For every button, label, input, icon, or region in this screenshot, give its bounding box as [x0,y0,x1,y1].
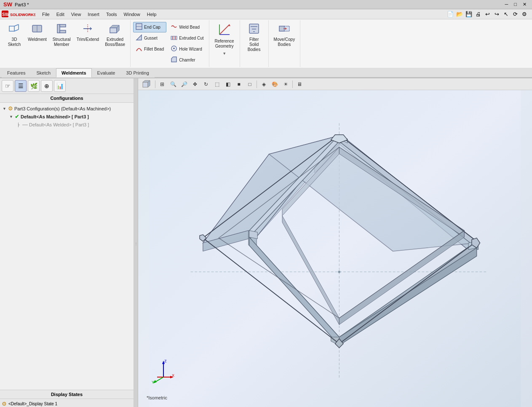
qa-save[interactable]: 💾 [465,10,473,19]
tab-sketch[interactable]: Sketch [31,68,56,78]
menu-help[interactable]: Help [144,11,160,18]
tab-weldments[interactable]: Weldments [56,68,91,78]
sw-logo: SW SOLIDWORKS [2,11,35,18]
root-icon: ⚙ [8,105,13,112]
3d-sketch-icon [8,23,20,36]
svg-rect-15 [110,28,117,33]
minimize-btn[interactable]: ─ [503,2,511,7]
extruded-cut-label: Extruded Cut [179,36,203,40]
svg-text:Y: Y [152,380,154,383]
ribbon-group-weld: End Cap Gusset Fil [131,20,209,67]
trim-extend-label: Trim/Extend [77,37,99,42]
reference-geometry-button[interactable]: ReferenceGeometry [212,21,237,51]
display-state-icon: ⚙ [2,401,7,407]
svg-text:SW: SW [2,12,9,17]
gusset-button[interactable]: Gusset [133,33,166,43]
svg-line-4 [14,24,19,26]
menu-insert[interactable]: Insert [84,11,103,18]
3d-sketch-button[interactable]: 3DSketch [4,21,24,49]
panel-collapse-handle[interactable]: ⋮ [134,78,138,407]
tree-root-node[interactable]: ▼ ⚙ Part3 Configuration(s) (Default<As M… [2,104,132,112]
close-btn[interactable]: ✕ [521,2,529,7]
tree-child1-1-node[interactable]: ├ — Default<As Welded> [ Part3 ] [2,120,132,129]
menu-window[interactable]: Window [120,11,144,18]
svg-marker-26 [171,57,176,62]
svg-marker-65 [249,230,258,239]
svg-point-77 [338,271,340,273]
filter-solid-bodies-button[interactable]: FilterSolidBodies [243,21,266,54]
end-cap-label: End Cap [144,25,160,29]
menu-edit[interactable]: Edit [53,11,68,18]
tab-features[interactable]: Features [2,68,31,78]
panel-btn-chart[interactable]: 📊 [54,80,66,92]
panel-btn-tree[interactable]: 🌿 [28,80,40,92]
svg-marker-20 [136,35,142,40]
structural-member-button[interactable]: StructuralMember [50,21,73,49]
child1-label: Default<As Machined> [ Part3 ] [21,114,89,119]
qa-new[interactable]: 📄 [446,10,454,19]
panel-btn-selection[interactable]: ☞ [2,80,13,92]
panel-btn-target[interactable]: ⊕ [41,80,53,92]
qa-options[interactable]: ⚙ [520,10,529,19]
filter-solid-bodies-icon [248,23,260,36]
extruded-cut-button[interactable]: Extruded Cut [168,33,206,43]
fillet-bead-button[interactable]: Fillet Bead [133,44,166,54]
qa-undo[interactable]: ↩ [483,10,492,19]
ribbon-group-movecopy: Move/CopyBodies [269,20,301,67]
structural-member-icon [56,23,67,36]
filter-solid-bodies-label: FilterSolidBodies [248,37,261,52]
qa-print[interactable]: 🖨 [474,10,482,19]
left-panel: ☞ ☰ 🌿 ⊕ 📊 Configurations ▼ ⚙ Part3 Confi… [0,78,134,407]
extruded-cut-icon [171,34,177,42]
child1-expand-icon: ▼ [9,115,13,119]
configuration-tree: ▼ ⚙ Part3 Configuration(s) (Default<As M… [0,103,134,390]
title-bar: SW Part3 * ─ □ ✕ [0,0,532,9]
trim-extend-icon [82,23,94,36]
qa-redo[interactable]: ↪ [492,10,501,19]
panel-btn-list[interactable]: ☰ [15,80,27,92]
weld-bead-button[interactable]: Weld Bead [168,22,206,32]
ribbon-group-sketch-items: 3DSketch Weldment [4,21,128,66]
menu-file[interactable]: File [39,11,53,18]
move-copy-bodies-button[interactable]: Move/CopyBodies [271,21,298,49]
app-logo: SW [3,1,12,8]
child1-icon: ✔ [15,113,19,120]
fillet-bead-label: Fillet Bead [144,47,164,51]
chamfer-button[interactable]: Chamfer [168,55,206,65]
svg-rect-11 [60,30,66,33]
qa-select[interactable]: ↖ [502,10,510,19]
svg-text:SOLIDWORKS: SOLIDWORKS [10,13,35,17]
iso-label: *Isometric [147,395,167,400]
menu-tools[interactable]: Tools [103,11,120,18]
root-label: Part3 Configuration(s) (Default<As Machi… [14,106,111,111]
tree-child1-node[interactable]: ▼ ✔ Default<As Machined> [ Part3 ] [2,112,132,120]
tab-3d-printing[interactable]: 3D Printing [120,68,154,78]
reference-geometry-label: ReferenceGeometry [215,39,234,49]
reference-geometry-icon [218,23,231,38]
qa-rebuild[interactable]: ⟳ [511,10,519,19]
ribbon-group-sketch: 3DSketch Weldment [2,20,131,67]
child1-1-expand-icon: ├ [17,123,21,127]
weld-bead-label: Weld Bead [179,25,200,29]
child1-1-icon: — [22,121,28,128]
ribbon-group-refgeo: ReferenceGeometry ▼ [209,20,240,67]
hole-wizard-button[interactable]: Hole Wizard [168,44,206,54]
end-cap-button[interactable]: End Cap [133,22,166,32]
qa-open[interactable]: 📂 [455,10,464,19]
trim-extend-button[interactable]: Trim/Extend [74,21,102,44]
tab-evaluate[interactable]: Evaluate [92,68,121,78]
extruded-boss-label: ExtrudedBoss/Base [105,37,125,47]
menu-view[interactable]: View [68,11,85,18]
maximize-btn[interactable]: □ [512,2,519,7]
weldment-label: Weldment [28,37,47,42]
root-expand-icon: ▼ [3,107,7,111]
ribbon-toolbar: 3DSketch Weldment [0,19,532,68]
canvas-area[interactable]: ⊞ 🔍 🔎 ✥ ↻ ⬚ ◧ ■ □ ◈ 🎨 ☀ 🖥 [138,78,532,407]
weldment-button[interactable]: Weldment [25,21,49,44]
hole-wizard-icon [171,45,177,53]
extruded-boss-button[interactable]: ExtrudedBoss/Base [102,21,128,49]
quick-access-toolbar: 📄 📂 💾 🖨 ↩ ↪ ↖ ⟳ ⚙ [444,10,530,19]
svg-rect-9 [57,24,60,33]
svg-rect-3 [9,26,14,31]
display-state-label: <Default>_Display State 1 [8,402,57,406]
